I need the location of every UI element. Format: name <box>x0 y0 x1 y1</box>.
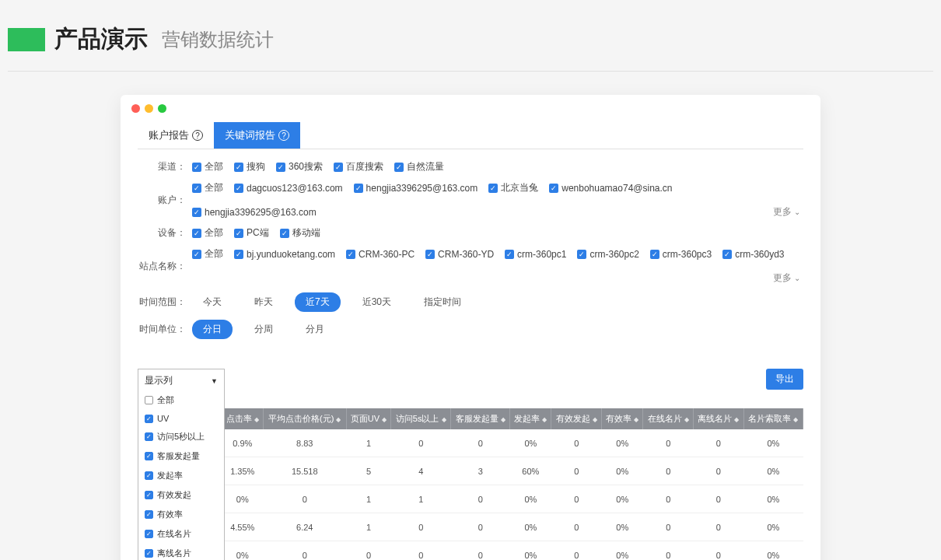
column-option[interactable]: ✓在线名片 <box>138 524 224 544</box>
filter-checkbox[interactable]: ✓360搜索 <box>276 160 323 173</box>
table-header[interactable]: 页面UV ◆ <box>346 408 391 429</box>
filter-checkbox[interactable]: ✓CRM-360-YD <box>425 249 494 260</box>
filter-item-label: bj.yunduoketang.com <box>247 249 335 260</box>
table-cell: 0 <box>451 541 510 561</box>
filter-checkbox[interactable]: ✓全部 <box>192 160 223 173</box>
table-cell: 0 <box>451 485 510 513</box>
table-cell: 0% <box>602 541 643 561</box>
filter-checkbox[interactable]: ✓dagcuos123@163.com <box>234 183 343 194</box>
checkbox-icon: ✓ <box>145 510 153 519</box>
filter-checkbox[interactable]: ✓北京当兔 <box>488 181 538 194</box>
filter-checkbox[interactable]: ✓搜狗 <box>234 160 265 173</box>
tab-keyword-report[interactable]: 关键词报告 ? <box>214 122 300 149</box>
table-cell: 0 <box>643 541 694 561</box>
table-cell: 0% <box>743 485 803 513</box>
checkbox-icon: ✓ <box>192 163 201 172</box>
table-controls: 显示列 ▼ 全部✓UV✓访问5秒以上✓客服发起量✓发起率✓有效发起✓有效率✓在线… <box>138 369 803 393</box>
time-option[interactable]: 指定时间 <box>413 292 472 312</box>
chevron-down-icon: ⌄ <box>794 274 800 282</box>
checkbox-icon: ✓ <box>145 549 153 558</box>
checkbox-icon: ✓ <box>280 229 289 238</box>
table-header[interactable]: 有效率 ◆ <box>602 408 643 429</box>
column-option-label: 访问5秒以上 <box>157 431 205 443</box>
filter-item-label: 百度搜索 <box>346 160 383 173</box>
filter-checkbox[interactable]: ✓crm-360pc2 <box>577 249 638 260</box>
column-option[interactable]: ✓有效发起 <box>138 485 224 505</box>
table-header[interactable]: 有效发起 ◆ <box>551 408 602 429</box>
table-cell: 0 <box>694 485 744 513</box>
filter-checkbox[interactable]: ✓全部 <box>192 226 223 240</box>
table-header[interactable]: 访问5s以上 ◆ <box>391 408 451 429</box>
column-option[interactable]: ✓客服发起量 <box>138 446 224 466</box>
table-row: 又bj-云朵课堂0%01100%00%000% <box>138 485 803 513</box>
filter-checkbox[interactable]: ✓PC端 <box>234 226 269 240</box>
table-header[interactable]: 离线名片 ◆ <box>694 408 744 429</box>
column-option[interactable]: ✓离线名片 <box>138 544 224 560</box>
table-cell: 0 <box>643 513 694 541</box>
column-option-label: 发起率 <box>157 470 183 481</box>
checkbox-icon: ✓ <box>354 184 363 193</box>
filter-checkbox[interactable]: ✓自然流量 <box>394 160 444 173</box>
column-option[interactable]: ✓访问5秒以上 <box>138 427 224 446</box>
filter-checkbox[interactable]: ✓hengjia3396295@163.com <box>192 207 317 218</box>
header-label: 发起率 <box>514 414 540 423</box>
table-cell: 1 <box>391 485 451 513</box>
filter-checkbox[interactable]: ✓crm-360pc1 <box>505 249 566 260</box>
filter-checkbox[interactable]: ✓全部 <box>192 247 223 261</box>
columns-dropdown[interactable]: 显示列 ▼ <box>138 369 225 393</box>
filter-item-label: wenbohuamao74@sina.cn <box>561 183 672 194</box>
filter-checkbox[interactable]: ✓移动端 <box>280 226 320 240</box>
table-header[interactable]: 名片索取率 ◆ <box>743 408 803 429</box>
header-label: 客服发起量 <box>456 414 498 423</box>
filter-checkbox[interactable]: ✓crm-360yd3 <box>722 249 784 260</box>
close-icon[interactable] <box>131 104 140 113</box>
filter-item-label: crm-360pc1 <box>517 249 566 260</box>
minimize-icon[interactable] <box>145 104 153 113</box>
checkbox-icon: ✓ <box>145 452 153 460</box>
header-label: 点击率 <box>226 414 252 423</box>
filter-checkbox[interactable]: ✓百度搜索 <box>334 160 383 173</box>
table-cell: 0 <box>694 513 744 541</box>
time-option[interactable]: 分周 <box>243 320 284 339</box>
header-label: 有效发起 <box>556 414 590 423</box>
table-header[interactable]: 客服发起量 ◆ <box>451 408 510 429</box>
table-cell: 0 <box>551 485 602 513</box>
time-option[interactable]: 分月 <box>295 320 335 339</box>
header-label: 名片索取率 <box>748 414 791 423</box>
more-link[interactable]: 更多 ⌄ <box>773 271 803 285</box>
checkbox-icon: ✓ <box>549 184 558 193</box>
maximize-icon[interactable] <box>158 104 166 113</box>
table-header[interactable]: 平均点击价格(元) ◆ <box>263 408 346 429</box>
column-option[interactable]: ✓UV <box>138 410 224 427</box>
table-header[interactable]: 发起率 ◆ <box>510 408 551 429</box>
filter-checkbox[interactable]: ✓全部 <box>192 181 223 194</box>
filter-checkbox[interactable]: ✓crm-360pc3 <box>650 249 712 260</box>
filter-item-label: 移动端 <box>292 226 320 240</box>
more-link[interactable]: 更多 ⌄ <box>773 205 803 219</box>
time-option[interactable]: 昨天 <box>243 292 284 312</box>
help-icon[interactable]: ? <box>278 130 289 141</box>
column-option[interactable]: 全部 <box>138 390 224 410</box>
table-cell: 0% <box>510 485 551 513</box>
table-cell: 0 <box>694 429 744 457</box>
filter-item-label: 搜狗 <box>247 160 265 173</box>
export-button[interactable]: 导出 <box>766 369 803 390</box>
filter-checkbox[interactable]: ✓bj.yunduoketang.com <box>234 249 335 260</box>
time-option[interactable]: 近7天 <box>295 292 341 312</box>
table-header[interactable]: 在线名片 ◆ <box>643 408 694 429</box>
filter-checkbox[interactable]: ✓wenbohuamao74@sina.cn <box>549 183 672 194</box>
time-option[interactable]: 分日 <box>192 320 233 339</box>
time-option[interactable]: 近30天 <box>352 292 402 312</box>
caret-down-icon: ▼ <box>211 377 218 385</box>
column-option[interactable]: ✓有效率 <box>138 505 224 524</box>
tab-account-report[interactable]: 账户报告 ? <box>138 122 214 149</box>
table-header[interactable]: 点击率 ◆ <box>222 408 263 429</box>
column-option[interactable]: ✓发起率 <box>138 466 224 485</box>
time-option[interactable]: 今天 <box>192 292 233 312</box>
table-cell: 0 <box>391 429 451 457</box>
table-cell: 0 <box>643 485 694 513</box>
help-icon[interactable]: ? <box>192 130 203 141</box>
filter-checkbox[interactable]: ✓hengjia3396295@163.com <box>354 183 478 194</box>
checkbox-icon: ✓ <box>145 471 153 480</box>
filter-checkbox[interactable]: ✓CRM-360-PC <box>346 249 415 260</box>
